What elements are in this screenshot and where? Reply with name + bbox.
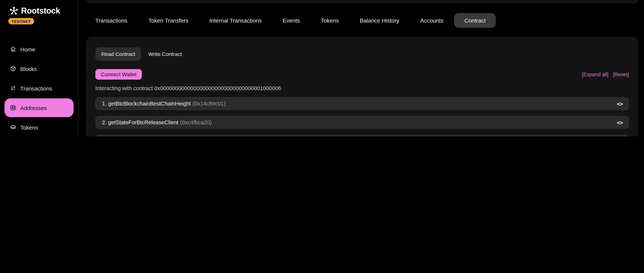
tab-tokens[interactable]: Tokens	[321, 17, 339, 24]
contract-method-row[interactable]: 1. getBtcBlockchainBestChainHeight(0x14c…	[95, 97, 629, 110]
contact-card-icon	[10, 104, 16, 111]
tab-accounts[interactable]: Accounts	[420, 17, 443, 24]
brand-logo[interactable]: Rootstock	[9, 6, 78, 16]
code-chevrons-icon[interactable]: <>	[617, 100, 622, 107]
address-summary-card-edge	[86, 0, 638, 4]
rootstock-explorer-app: Rootstock TESTNET HomeBlocksTransactions…	[0, 0, 644, 137]
tab-contract[interactable]: Contract	[454, 13, 496, 28]
method-label: 1. getBtcBlockchainBestChainHeight	[102, 101, 191, 107]
sidebar-item-label: Blocks	[20, 66, 37, 72]
sidebar-item-addresses[interactable]: Addresses	[4, 98, 74, 117]
coin-icon	[10, 124, 16, 131]
sidebar-item-blocks[interactable]: Blocks	[4, 59, 74, 78]
home-icon	[10, 46, 16, 53]
sidebar: Rootstock TESTNET HomeBlocksTransactions…	[0, 0, 78, 137]
contract-panel: Read ContractWrite Contract Connect Wall…	[86, 37, 638, 137]
code-chevrons-icon[interactable]: <>	[617, 119, 622, 126]
reset-link[interactable]: [Reset]	[613, 72, 629, 77]
sidebar-item-home[interactable]: Home	[4, 40, 74, 59]
network-badge: TESTNET	[8, 18, 34, 25]
contract-address: 0x00000000000000000000000000000000010000…	[154, 85, 281, 91]
sidebar-item-label: Transactions	[20, 85, 52, 91]
contract-subtabs: Read ContractWrite Contract	[95, 47, 629, 61]
tab-transactions[interactable]: Transactions	[95, 17, 128, 24]
contract-method-row[interactable]: 3. getStateForDebugging(0x0d0cee93)<>	[95, 135, 629, 137]
main-area: TransactionsToken TransfersInternal Tran…	[79, 0, 644, 137]
subtab-read-contract[interactable]: Read Contract	[95, 47, 141, 61]
sidebar-nav: HomeBlocksTransactionsAddressesTokensdAp…	[4, 40, 74, 137]
tab-balance-history[interactable]: Balance History	[360, 17, 399, 24]
subtab-write-contract[interactable]: Write Contract	[142, 47, 188, 61]
cube-icon	[10, 65, 16, 72]
sidebar-item-label: Home	[20, 46, 35, 52]
sidebar-item-label: Addresses	[20, 105, 47, 111]
interacting-with-contract-line: Interacting with contract 0x000000000000…	[95, 85, 629, 92]
method-signature: (0x14c89c01)	[192, 101, 226, 107]
tab-events[interactable]: Events	[283, 17, 300, 24]
method-signature: (0xc4fbca20)	[180, 119, 212, 125]
brand-name: Rootstock	[21, 6, 60, 16]
contract-methods-list: 1. getBtcBlockchainBestChainHeight(0x14c…	[95, 97, 629, 137]
method-list-controls: [Expand all] [Reset]	[582, 72, 629, 77]
rootstock-tree-icon	[9, 6, 19, 16]
address-tabs: TransactionsToken TransfersInternal Tran…	[95, 13, 496, 28]
tab-internal-transactions[interactable]: Internal Transactions	[210, 17, 262, 24]
method-label: 2. getStateForBtcReleaseClient	[102, 119, 178, 125]
transfer-arrows-icon	[10, 85, 16, 92]
expand-all-link[interactable]: [Expand all]	[582, 72, 608, 77]
connect-wallet-button[interactable]: Connect Wallet	[95, 69, 142, 80]
interacting-label: Interacting with contract	[95, 85, 153, 91]
sidebar-item-label: Tokens	[20, 124, 38, 130]
contract-actions-row: Connect Wallet [Expand all] [Reset]	[95, 69, 629, 80]
sidebar-item-tokens[interactable]: Tokens	[4, 118, 74, 137]
tab-token-transfers[interactable]: Token Transfers	[148, 17, 188, 24]
sidebar-item-transactions[interactable]: Transactions	[4, 79, 74, 98]
contract-method-row[interactable]: 2. getStateForBtcReleaseClient(0xc4fbca2…	[95, 116, 629, 129]
